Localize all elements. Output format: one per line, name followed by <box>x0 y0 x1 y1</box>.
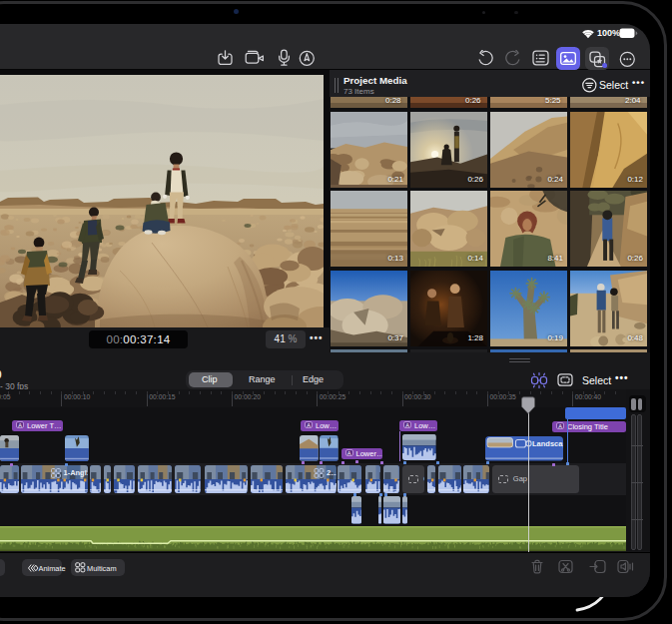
svg-text:2…: 2… <box>327 468 336 477</box>
svg-text:Landscap…: Landscap… <box>532 439 563 448</box>
svg-text:1-Angl…: 1-Angl… <box>64 468 88 477</box>
